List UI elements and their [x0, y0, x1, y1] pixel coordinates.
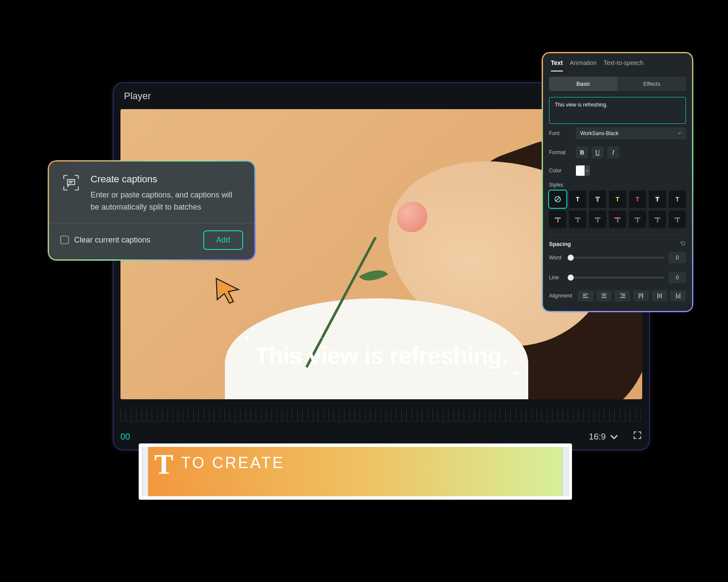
word-spacing-label: Word: [549, 255, 566, 261]
dialog-title: Create captions: [91, 174, 243, 185]
align-left-button[interactable]: [578, 290, 594, 301]
player-footer: 00 16:9: [120, 406, 642, 449]
fullscreen-button[interactable]: [633, 430, 642, 442]
subtab-effects[interactable]: Effects: [618, 77, 686, 91]
style-preset[interactable]: [609, 210, 626, 228]
tab-text-to-speech[interactable]: Text-to-speech: [604, 59, 644, 71]
timeline-ruler[interactable]: [120, 410, 642, 422]
text-icon: T: [154, 451, 173, 477]
bold-button[interactable]: B: [576, 146, 588, 158]
style-preset[interactable]: [629, 210, 646, 228]
align-center-button[interactable]: [596, 290, 612, 301]
word-spacing-value[interactable]: 0: [669, 252, 686, 263]
style-preset[interactable]: T: [609, 191, 626, 208]
style-preset[interactable]: [649, 210, 666, 228]
clear-captions-checkbox[interactable]: Clear current captions: [60, 236, 150, 245]
time-label: 00: [120, 432, 130, 442]
style-preset[interactable]: T: [649, 191, 666, 208]
dialog-description: Enter or paste captions, and captions wi…: [91, 189, 243, 213]
word-spacing-slider[interactable]: [571, 257, 664, 259]
create-captions-dialog: Create captions Enter or paste captions,…: [48, 160, 256, 261]
style-preset[interactable]: [549, 210, 566, 228]
styles-label: Styles: [543, 179, 692, 189]
caption-text-input[interactable]: This view is refreshing.: [549, 97, 686, 124]
format-label: Format: [549, 149, 571, 155]
style-preset[interactable]: [569, 210, 586, 228]
line-spacing-slider[interactable]: [571, 277, 664, 278]
align-top-button[interactable]: [633, 290, 649, 301]
chevron-down-icon: [677, 131, 682, 136]
reset-icon: [680, 240, 686, 246]
captions-icon: [60, 174, 82, 213]
style-preset[interactable]: [589, 210, 606, 228]
align-middle-button[interactable]: [652, 290, 668, 301]
aspect-ratio-selector[interactable]: 16:9: [589, 432, 619, 442]
chevron-down-icon: [609, 432, 619, 442]
add-button[interactable]: Add: [203, 230, 243, 250]
text-properties-panel: Text Animation Text-to-speech Basic Effe…: [542, 52, 693, 312]
tab-animation[interactable]: Animation: [570, 59, 597, 71]
style-preset[interactable]: T: [669, 191, 686, 208]
style-preset[interactable]: T: [589, 191, 606, 208]
subtab-basic[interactable]: Basic: [549, 77, 618, 91]
color-label: Color: [549, 168, 571, 174]
underline-button[interactable]: U: [592, 146, 604, 158]
clip-handle-right[interactable]: [562, 447, 569, 496]
alignment-label: Alignment: [549, 293, 575, 299]
align-right-button[interactable]: [614, 290, 630, 301]
caption-overlay[interactable]: This view is refreshing.: [247, 338, 516, 373]
spacing-label: Spacing: [549, 241, 571, 247]
font-label: Font: [549, 130, 571, 136]
style-preset[interactable]: T: [629, 191, 646, 208]
style-preset[interactable]: T: [569, 191, 586, 208]
reset-spacing-button[interactable]: [680, 240, 686, 248]
align-bottom-button[interactable]: [670, 290, 686, 301]
line-spacing-value[interactable]: 0: [669, 272, 686, 283]
color-picker[interactable]: ▾: [576, 165, 590, 176]
svg-rect-0: [68, 180, 75, 185]
clip-handle-left[interactable]: [142, 447, 148, 496]
style-none[interactable]: [549, 191, 566, 208]
italic-button[interactable]: I: [607, 146, 619, 158]
tab-text[interactable]: Text: [551, 59, 563, 71]
style-preset[interactable]: [669, 210, 686, 228]
clip-label: TO CREATE: [181, 454, 285, 472]
font-select[interactable]: WorkSans-Black: [576, 127, 686, 139]
timeline-text-clip[interactable]: T TO CREATE: [139, 443, 572, 500]
line-spacing-label: Line: [549, 275, 566, 281]
styles-grid: T T T T T T: [543, 189, 692, 230]
